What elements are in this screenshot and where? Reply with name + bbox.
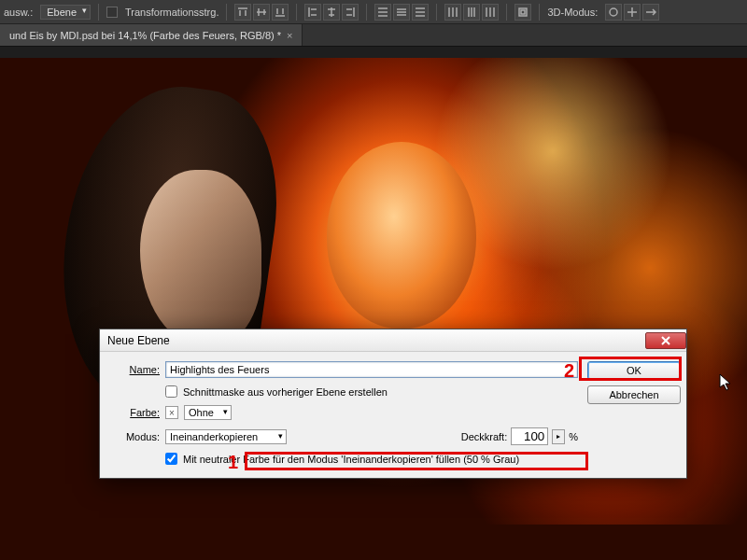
distribute-top-icon[interactable] [374, 4, 391, 21]
distribute-bottom-icon[interactable] [412, 4, 429, 21]
distribute-group-2 [444, 4, 499, 21]
align-group-2 [304, 4, 359, 21]
name-label: Name: [111, 364, 160, 375]
document-tab[interactable]: und Eis by MDI.psd bei 14,1% (Farbe des … [0, 24, 303, 46]
dialog-fields: Name: Schnittmaske aus vorheriger Ebene … [111, 361, 578, 465]
distribute-hcenter-icon[interactable] [463, 4, 480, 21]
opacity-input[interactable] [511, 427, 548, 445]
close-icon [661, 336, 670, 345]
mode3d-label: 3D-Modus: [547, 7, 598, 18]
separator [436, 4, 437, 21]
distribute-vcenter-icon[interactable] [393, 4, 410, 21]
align-vcenter-icon[interactable] [253, 4, 270, 21]
transform-controls-checkbox[interactable] [106, 7, 118, 18]
document-image [0, 58, 747, 560]
new-layer-dialog: Neue Ebene Name: Schnittmaske aus vorher… [99, 329, 687, 479]
color-row: Farbe: × Ohne [111, 405, 578, 420]
dialog-close-button[interactable] [645, 332, 686, 349]
svg-point-0 [610, 8, 617, 16]
tab-close-icon[interactable]: × [287, 30, 292, 41]
dialog-titlebar[interactable]: Neue Ebene [100, 329, 686, 352]
opacity-wrap: Deckkraft: ▸ % [461, 427, 578, 445]
mode-dropdown[interactable]: Ineinanderkopieren [165, 429, 287, 444]
annotation-number-2: 2 [564, 360, 574, 382]
separator [506, 4, 507, 21]
slide-icon[interactable] [642, 4, 659, 21]
align-hcenter-icon[interactable] [323, 4, 340, 21]
separator [226, 4, 227, 21]
canvas-area [0, 47, 747, 560]
autoselect-label: ausw.: [4, 7, 33, 18]
annotation-number-1: 1 [228, 452, 238, 473]
distribute-group-1 [374, 4, 429, 21]
neutral-fill-row: Mit neutraler Farbe für den Modus 'Inein… [111, 453, 578, 465]
clipmask-row: Schnittmaske aus vorheriger Ebene erstel… [111, 385, 578, 398]
mode-label: Modus: [111, 431, 160, 442]
neutral-fill-checkbox[interactable] [165, 453, 177, 465]
separator [539, 4, 540, 21]
clipmask-checkbox[interactable] [165, 385, 177, 398]
mouse-cursor-icon [719, 373, 732, 392]
dialog-body: Name: Schnittmaske aus vorheriger Ebene … [100, 352, 686, 478]
align-left-icon[interactable] [304, 4, 321, 21]
options-bar: ausw.: Ebene Transformationsstrg. 3D-Mod… [0, 0, 747, 24]
clipmask-label: Schnittmaske aus vorheriger Ebene erstel… [183, 386, 388, 398]
distribute-left-icon[interactable] [444, 4, 461, 21]
figure-female-face [327, 142, 476, 329]
mode3d-group [605, 4, 659, 21]
color-label: Farbe: [111, 407, 160, 418]
separator [366, 4, 367, 21]
opacity-label: Deckkraft: [461, 431, 508, 442]
transform-controls-label: Transformationsstrg. [125, 7, 218, 18]
ok-button[interactable]: OK [587, 361, 681, 380]
align-right-icon[interactable] [342, 4, 359, 21]
color-swatch[interactable]: × [165, 406, 178, 419]
dialog-title-text: Neue Ebene [107, 334, 170, 347]
align-top-icon[interactable] [234, 4, 251, 21]
name-row: Name: [111, 361, 578, 378]
autoselect-dropdown[interactable]: Ebene [40, 5, 91, 20]
dialog-buttons: OK Abbrechen [587, 361, 681, 465]
cancel-button[interactable]: Abbrechen [587, 385, 681, 404]
opacity-suffix: % [569, 431, 578, 442]
color-dropdown[interactable]: Ohne [184, 405, 232, 420]
distribute-right-icon[interactable] [482, 4, 499, 21]
orbit-icon[interactable] [605, 4, 622, 21]
separator [98, 4, 99, 21]
document-tab-title: und Eis by MDI.psd bei 14,1% (Farbe des … [9, 30, 281, 41]
align-group-1 [234, 4, 289, 21]
auto-align-icon[interactable] [514, 4, 531, 21]
mode-row: Modus: Ineinanderkopieren Deckkraft: ▸ % [111, 427, 578, 445]
align-bottom-icon[interactable] [272, 4, 289, 21]
opacity-flyout-icon[interactable]: ▸ [552, 429, 565, 444]
pan-icon[interactable] [624, 4, 641, 21]
separator [296, 4, 297, 21]
name-input[interactable] [165, 361, 578, 378]
document-tab-bar: und Eis by MDI.psd bei 14,1% (Farbe des … [0, 24, 747, 47]
